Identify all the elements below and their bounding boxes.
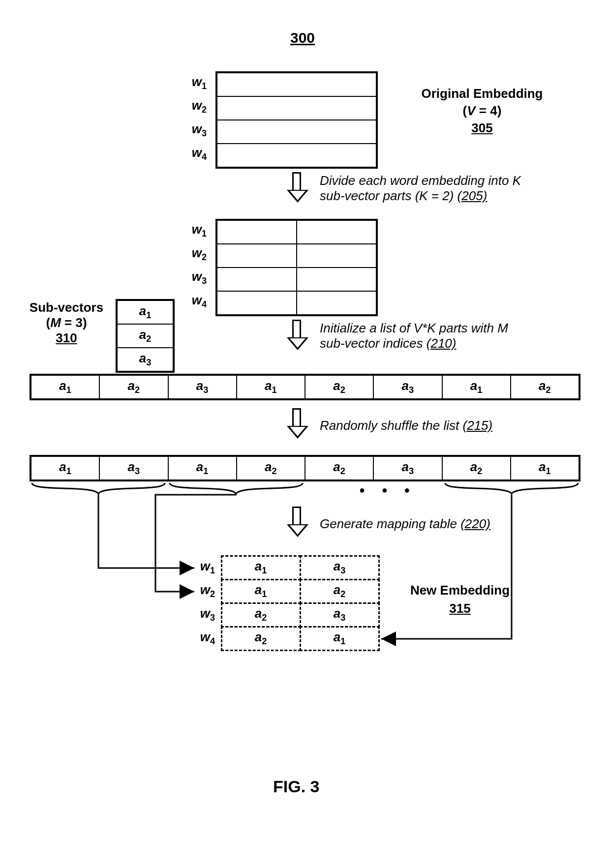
figure-ref: 300 <box>290 30 315 46</box>
divided-embedding-table <box>215 219 378 316</box>
arrow-down-icon <box>287 320 306 350</box>
brace-icon <box>30 483 167 503</box>
new-embedding-label: New Embedding 315 <box>398 583 521 616</box>
subvectors-table: a1 a2 a3 <box>116 299 175 373</box>
subvectors-label: Sub-vectors (M = 3) 310 <box>20 300 113 346</box>
brace-icon <box>443 483 580 503</box>
divided-row-labels: w1 w2 w3 w4 <box>186 219 211 313</box>
list-initial: a1 a2 a3 a1 a2 a3 a1 a2 <box>30 374 580 400</box>
brace-icon <box>167 483 305 503</box>
orig-title-1: Original Embedding <box>403 86 561 101</box>
list-shuffled: a1 a3 a1 a2 a2 a3 a2 a1 <box>30 455 580 481</box>
arrow-down-icon <box>287 172 306 203</box>
step2-text: Initialize a list of V*K parts with M su… <box>320 321 576 351</box>
orig-row-labels: w1 w2 w3 w4 <box>186 71 211 166</box>
original-embedding-label: Original Embedding (V = 4) 305 <box>403 86 561 136</box>
new-embedding-row-labels: w1 w2 w3 w4 <box>194 556 219 650</box>
original-embedding-table <box>215 71 378 169</box>
step1-text: Divide each word embedding into K sub-ve… <box>320 173 576 204</box>
orig-ref: 305 <box>403 120 561 136</box>
step3-text: Randomly shuffle the list (215) <box>320 418 576 433</box>
arrow-down-icon <box>287 408 306 439</box>
ellipsis-icon: ● ● ● <box>359 484 417 496</box>
arrow-down-icon <box>287 507 306 537</box>
figure-caption: FIG. 3 <box>273 777 319 796</box>
new-embedding-table: a1 a3 a1 a2 a2 a3 a2 a1 <box>221 556 379 650</box>
step4-text: Generate mapping table (220) <box>320 516 576 532</box>
